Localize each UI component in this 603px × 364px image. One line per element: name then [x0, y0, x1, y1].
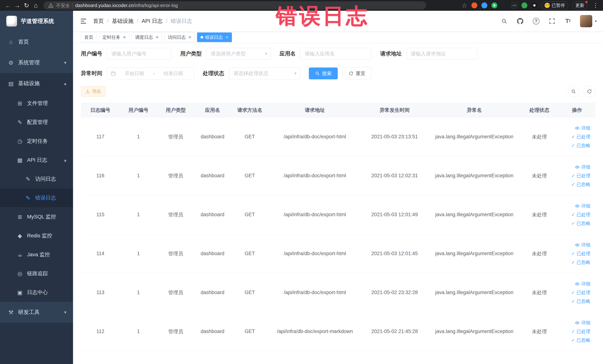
action-ignore-link[interactable]: ✓已忽略: [571, 337, 590, 343]
breadcrumb-item-1[interactable]: 基础设施: [112, 17, 133, 25]
action-processed-link[interactable]: ✓已处理: [571, 289, 590, 295]
app-logo[interactable]: 芋道管理系统: [0, 11, 73, 32]
extension-blue-drop-icon[interactable]: [481, 2, 487, 8]
tab-error-log[interactable]: 错误日志×: [197, 33, 232, 42]
browser-home-icon[interactable]: ⌂: [31, 1, 40, 10]
browser-reload-icon[interactable]: ↻: [22, 1, 31, 10]
sidebar-item-home[interactable]: ⌂首页: [0, 32, 73, 52]
sidebar-item-infra[interactable]: ▤基础设施▴: [0, 73, 73, 94]
refresh-table-button[interactable]: [584, 86, 595, 97]
tab-home[interactable]: 首页: [81, 33, 97, 42]
sidebar-item-trace[interactable]: ◎链路追踪: [0, 264, 73, 283]
browser-menu-icon[interactable]: ⋮: [591, 2, 600, 9]
action-processed-link[interactable]: ✓已处理: [571, 173, 590, 179]
breadcrumb-item-0[interactable]: 首页: [93, 17, 104, 25]
action-detail-link[interactable]: 详细: [575, 125, 590, 131]
action-ignore-link[interactable]: ✓已忽略: [571, 181, 590, 188]
extension-orange-icon[interactable]: [471, 2, 477, 8]
bookmark-star-icon[interactable]: ☆: [462, 2, 467, 9]
cell-time: 2021-05-02 21:45:28: [361, 312, 429, 351]
tab-close-icon[interactable]: ×: [156, 35, 159, 40]
action-detail-link[interactable]: 详细: [575, 242, 590, 248]
sidebar-item-config[interactable]: ✎配置管理: [0, 113, 73, 132]
filter-process-status: 处理状态 请选择处理状态 ▾: [203, 68, 300, 79]
sidebar-item-label: 系统管理: [18, 59, 40, 66]
extension-pin-icon[interactable]: [532, 2, 537, 8]
search-icon: [571, 89, 576, 94]
export-button[interactable]: 导出: [81, 86, 106, 97]
breadcrumb-item-2[interactable]: API 日志: [142, 17, 162, 25]
trace-icon: ◎: [16, 270, 23, 277]
tab-close-icon[interactable]: ×: [188, 35, 191, 40]
request-url-input[interactable]: [406, 48, 478, 60]
extension-green-icon[interactable]: [522, 2, 527, 8]
tab-label: 访问日志: [168, 34, 186, 40]
fullscreen-icon[interactable]: [548, 17, 556, 25]
tab-job[interactable]: 定时任务×: [99, 33, 129, 42]
toggle-search-button[interactable]: [568, 86, 579, 97]
sidebar-item-api-log[interactable]: ▦API 日志▴: [0, 151, 73, 169]
tools-icon: ⚒: [7, 309, 14, 316]
github-icon[interactable]: [516, 17, 524, 25]
eye-icon: [575, 243, 580, 247]
action-detail-link[interactable]: 详细: [575, 320, 590, 326]
app-name-input[interactable]: [300, 48, 372, 60]
action-ignore-link[interactable]: ✓已忽略: [571, 298, 590, 304]
date-separator: -: [153, 71, 155, 76]
process-status-select[interactable]: 请选择处理状态 ▾: [229, 68, 300, 79]
column-header-7: 异常名: [429, 103, 520, 117]
reset-button[interactable]: 重置: [343, 68, 371, 79]
sidebar-item-access-log[interactable]: ✎访问日志: [0, 169, 73, 188]
check-icon: ✓: [571, 143, 575, 148]
cell-url: /api/infra/db-doc/export-html: [269, 117, 361, 156]
browser-forward-icon[interactable]: →: [13, 1, 22, 10]
action-ignore-link[interactable]: ✓已忽略: [571, 142, 590, 149]
tab-close-icon[interactable]: ×: [123, 35, 126, 40]
tab-access-log[interactable]: 访问日志×: [164, 33, 195, 42]
check-icon: ✓: [571, 251, 575, 256]
profile-paused-chip[interactable]: 已暂停: [542, 1, 568, 9]
sidebar-item-error-log[interactable]: ✎错误日志: [0, 188, 73, 207]
search-icon[interactable]: [500, 17, 508, 25]
security-label[interactable]: 不安全: [56, 2, 70, 9]
sidebar-item-job[interactable]: ◷定时任务: [0, 132, 73, 151]
check-icon: ✓: [571, 338, 575, 343]
action-detail-link[interactable]: 详细: [575, 281, 590, 287]
profile-avatar-icon: [545, 3, 550, 8]
tab-job-log[interactable]: 调度日志×: [132, 33, 162, 42]
extension-blue-grid-icon[interactable]: [501, 2, 507, 8]
help-icon[interactable]: ?: [532, 17, 540, 25]
date-range-picker[interactable]: 开始日期 - 结束日期: [107, 68, 194, 79]
cell-exception: java.lang.IllegalArgumentException: [429, 156, 520, 195]
action-processed-link[interactable]: ✓已处理: [571, 134, 590, 140]
font-size-icon[interactable]: TT: [564, 17, 572, 25]
user-id-input[interactable]: [107, 48, 172, 60]
browser-update-button[interactable]: 更新: [572, 1, 587, 9]
user-type-select[interactable]: 请选择用户类型 ▾: [206, 48, 271, 60]
sidebar-item-log-center[interactable]: ▣日志中心: [0, 283, 73, 302]
extension-green-play-icon[interactable]: [491, 2, 497, 8]
sidebar-item-redis[interactable]: ◆Redis 监控: [0, 226, 73, 245]
collapse-menu-icon[interactable]: [79, 17, 88, 25]
table-header-row: 日志编号用户编号用户类型应用名请求方法名请求地址异常发生时间异常名处理状态操作: [81, 103, 595, 117]
action-ignore-link[interactable]: ✓已忽略: [571, 220, 590, 226]
tab-close-icon[interactable]: ×: [225, 35, 228, 40]
sidebar-item-java[interactable]: ☕Java 监控: [0, 245, 73, 264]
process-status-placeholder: 请选择处理状态: [233, 70, 268, 77]
action-detail-link[interactable]: 详细: [575, 164, 590, 170]
address-bar[interactable]: 不安全 dashboard.yudao.iocoder.cn/infra/log…: [43, 1, 426, 10]
action-processed-link[interactable]: ✓已处理: [571, 211, 590, 218]
extension-on-badge-icon[interactable]: on: [511, 2, 517, 8]
user-menu[interactable]: ▾: [580, 15, 597, 27]
action-detail-link[interactable]: 详细: [575, 203, 590, 209]
action-processed-link[interactable]: ✓已处理: [571, 329, 590, 335]
sidebar-item-system[interactable]: ⚙系统管理▾: [0, 52, 73, 73]
action-processed-link[interactable]: ✓已处理: [571, 250, 590, 257]
action-ignore-link[interactable]: ✓已忽略: [571, 259, 590, 265]
chevron-down-icon: ▾: [64, 60, 66, 65]
sidebar-item-mysql[interactable]: ≣MySQL 监控: [0, 207, 73, 226]
browser-back-icon[interactable]: ←: [3, 1, 13, 10]
sidebar-item-dev-tools[interactable]: ⚒研发工具▾: [0, 302, 73, 323]
sidebar-item-file[interactable]: ⊞文件管理: [0, 94, 73, 113]
search-button[interactable]: 搜索: [309, 68, 338, 79]
